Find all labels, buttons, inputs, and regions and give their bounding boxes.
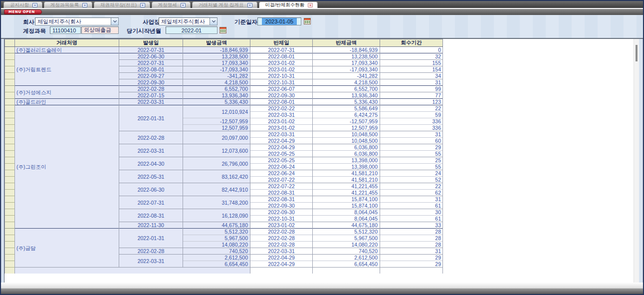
occur-amount-cell[interactable]: 31,748,200 (183, 196, 250, 209)
row-selector-cell[interactable] (5, 196, 15, 203)
repay-amount-cell[interactable]: 6,036,800 (313, 151, 380, 157)
row-selector-cell[interactable] (5, 86, 15, 92)
collect-period-cell[interactable]: 52 (380, 177, 443, 183)
customer-cell[interactable]: (주)그린조이 (15, 105, 119, 229)
occur-amount-cell[interactable]: 5,336,430 (183, 99, 250, 105)
row-selector-cell[interactable] (5, 222, 15, 229)
tab-account-detail[interactable]: 계정명세 ✕ (152, 1, 191, 8)
base-date-field[interactable]: 2023-01-05 (257, 17, 301, 25)
row-selector-cell[interactable] (5, 125, 15, 131)
repay-date-cell[interactable]: 2023-01-02 (250, 60, 313, 66)
occur-amount-cell[interactable]: 4,218,500 (183, 79, 250, 86)
occur-date-cell[interactable]: 2022-07-31 (119, 196, 183, 209)
repay-amount-cell[interactable]: 5,967,500 (313, 235, 380, 242)
occur-amount-cell[interactable]: 6,552,700 (183, 86, 250, 92)
collect-period-cell[interactable]: 61 (380, 203, 443, 209)
occur-date-cell[interactable]: 2022-08-01 (119, 66, 183, 73)
occur-amount-cell[interactable]: 16,128,090 (183, 209, 250, 222)
collect-period-cell[interactable]: 32 (380, 53, 443, 60)
repay-amount-cell[interactable] (313, 268, 380, 274)
row-selector-cell[interactable] (5, 177, 15, 183)
occur-date-cell[interactable]: 2022-06-30 (119, 183, 183, 196)
collect-period-cell[interactable]: 33 (380, 222, 443, 229)
repay-date-cell[interactable] (250, 268, 313, 274)
row-selector-cell[interactable] (5, 164, 15, 170)
repay-date-cell[interactable]: 2022-03-31 (250, 112, 313, 118)
repay-amount-cell[interactable]: 15,874,100 (313, 196, 380, 203)
repay-amount-cell[interactable]: 6,424,275 (313, 112, 380, 118)
scrollbar-thumb[interactable] (636, 45, 638, 61)
repay-amount-cell[interactable]: 12,507,959 (313, 125, 380, 131)
account-name-field[interactable]: 외상매출금 (81, 26, 119, 34)
repay-amount-cell[interactable]: 14,080,220 (313, 242, 380, 248)
collect-period-cell[interactable]: 55 (380, 164, 443, 170)
row-selector-cell[interactable] (5, 112, 15, 118)
repay-date-cell[interactable]: 2022-10-31 (250, 79, 313, 86)
row-selector-cell[interactable] (5, 105, 15, 112)
repay-amount-cell[interactable]: 41,581,210 (313, 177, 380, 183)
repay-date-cell[interactable]: 2022-08-31 (250, 196, 313, 203)
row-selector-cell[interactable] (5, 261, 15, 268)
repay-date-cell[interactable]: 2022-02-28 (250, 229, 313, 235)
repay-date-cell[interactable]: 2022-06-07 (250, 86, 313, 92)
row-selector-cell[interactable] (5, 79, 15, 86)
occur-date-cell[interactable]: 2022-02-28 (119, 86, 183, 92)
occur-date-cell[interactable]: 2022-03-31 (119, 99, 183, 105)
row-selector-cell[interactable] (5, 203, 15, 209)
occur-date-cell[interactable]: 2022-11-30 (119, 222, 183, 229)
occur-date-cell[interactable]: 2022-06-30 (119, 53, 183, 60)
row-selector-cell[interactable] (5, 118, 15, 125)
tab-close-icon[interactable]: ✕ (308, 3, 313, 7)
collect-period-cell[interactable]: 77 (380, 92, 443, 99)
collect-period-cell[interactable]: 31 (380, 79, 443, 86)
collect-period-cell[interactable]: 25 (380, 157, 443, 164)
occur-date-cell[interactable] (15, 268, 250, 274)
row-selector-cell[interactable] (5, 144, 15, 151)
repay-amount-cell[interactable]: 2,612,500 (313, 255, 380, 261)
row-selector-cell[interactable] (5, 138, 15, 144)
repay-amount-cell[interactable]: -12,507,959 (313, 118, 380, 125)
occur-amount-cell[interactable]: 12,073,600 (183, 144, 250, 157)
collect-period-cell[interactable]: 22 (380, 105, 443, 112)
occur-amount-cell[interactable]: 740,520 (183, 248, 250, 255)
collect-period-cell[interactable]: 29 (380, 255, 443, 261)
collect-period-cell[interactable]: 24 (380, 170, 443, 177)
collect-period-cell[interactable]: 336 (380, 125, 443, 131)
repay-date-cell[interactable]: 2022-05-25 (250, 157, 313, 164)
chevron-down-icon[interactable] (210, 18, 217, 25)
repay-amount-cell[interactable]: 13,398,000 (313, 157, 380, 164)
repay-amount-cell[interactable]: 6,036,800 (313, 144, 380, 151)
occur-amount-cell[interactable]: -17,093,340 (183, 66, 250, 73)
occur-date-cell[interactable]: 2022-04-30 (119, 157, 183, 170)
repay-date-cell[interactable]: 2022-04-29 (250, 138, 313, 144)
customer-cell[interactable]: (주)골드라인 (15, 99, 119, 105)
repay-date-cell[interactable]: 2022-09-30 (250, 203, 313, 209)
occur-date-cell[interactable]: 2022-03-31 (119, 255, 183, 268)
collect-period-cell[interactable]: 29 (380, 261, 443, 268)
occur-date-cell[interactable]: 2022-01-31 (119, 105, 183, 131)
customer-cell[interactable]: (주)거성에스지 (15, 86, 119, 99)
occur-date-cell[interactable]: 2022-09-30 (119, 79, 183, 86)
occur-amount-cell[interactable]: 5,967,500 (183, 235, 250, 242)
collect-period-cell[interactable]: 55 (380, 151, 443, 157)
collect-period-cell[interactable]: 22 (380, 183, 443, 190)
repay-amount-cell[interactable]: 8,064,045 (313, 216, 380, 222)
repay-date-cell[interactable]: 2022-06-24 (250, 164, 313, 170)
collect-period-cell[interactable]: 34 (380, 73, 443, 79)
row-selector-cell[interactable] (5, 53, 15, 60)
collect-period-cell[interactable]: 28 (380, 242, 443, 248)
collect-period-cell[interactable]: 31 (380, 196, 443, 203)
row-selector-cell[interactable] (5, 66, 15, 73)
collect-period-cell[interactable]: 59 (380, 112, 443, 118)
row-selector-cell[interactable] (5, 183, 15, 190)
occur-amount-cell[interactable]: 14,080,220 (183, 242, 250, 248)
repay-amount-cell[interactable]: 13,398,000 (313, 164, 380, 170)
tab-receivable-ledger[interactable]: 채권채무장(전표) ✕ (94, 1, 150, 8)
occur-amount-cell[interactable]: 13,936,340 (183, 92, 250, 99)
menu-open-button[interactable]: MENU OPEN (4, 9, 42, 14)
repay-amount-cell[interactable]: 41,581,210 (313, 170, 380, 177)
collect-period-cell[interactable]: 31 (380, 248, 443, 255)
occur-amount-cell[interactable]: 12,010,924 (183, 105, 250, 118)
company-select[interactable]: 제일제지주식회사 (35, 17, 119, 25)
collect-period-cell[interactable]: 30 (380, 209, 443, 216)
